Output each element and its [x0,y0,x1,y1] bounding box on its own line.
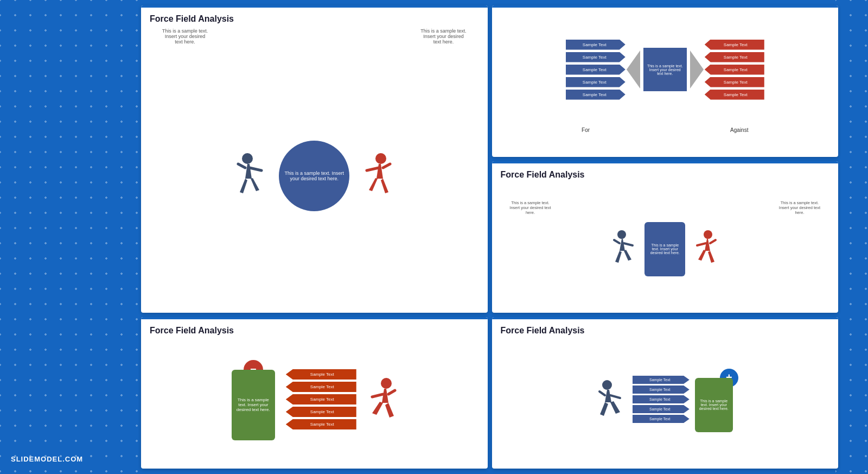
slide-4: Force Field Analysis − This is a sample … [141,317,488,469]
slide3-scene: This is a sample text. Insert your desir… [501,184,830,303]
slide-3: Force Field Analysis This is a sample te… [492,161,839,313]
slide1-content: This is a sample text. Insert your desir… [150,28,479,303]
slide3-tug: This is a sample text. Insert your desir… [612,222,718,276]
blue-arrow-s5-5: Sample Text [633,415,690,423]
blue-figure-small [612,225,644,274]
red-arrow-s4-2: Sample Text [286,382,356,392]
red-arrow-5: Sample Text [705,90,764,100]
slide4-content: − This is a sample text. Insert your des… [150,340,479,459]
blue-arrow-4: Sample Text [566,77,626,87]
blue-arrows-group: Sample Text Sample Text Sample Text Samp… [566,40,626,100]
against-label: Against [730,127,748,133]
slides-grid: Force Field Analysis This is a sample te… [141,5,838,469]
tug-scene: This is a sample text. Insert your desir… [150,49,479,303]
blue-arrow-s5-3: Sample Text [633,395,690,403]
slide1-title: Force Field Analysis [150,14,479,24]
slide-1: Force Field Analysis This is a sample te… [141,5,488,313]
slide-5: Force Field Analysis Sample Text Sample … [492,317,839,469]
red-figure-small [685,225,718,274]
slide3-center-text: This is a sample text. Insert your desir… [648,243,682,255]
slide4-body: − This is a sample text. Insert your des… [150,340,479,459]
slide5-green-rect: This is a sample text. Insert your desir… [695,378,733,432]
slide4-accent [141,317,488,319]
slide1-right-text: This is a sample text. Insert your desir… [419,28,468,45]
red-arrow-s4-5: Sample Text [286,419,356,429]
slide4-title: Force Field Analysis [150,326,479,336]
slide1-left-text: This is a sample text. Insert your desir… [161,28,209,45]
slide2-content: Sample Text Sample Text Sample Text Samp… [501,14,830,133]
for-against-labels: For Against [501,127,830,133]
blue-arrow-s5-2: Sample Text [633,385,690,394]
slide3-center-rect: This is a sample text. Insert your desir… [644,222,685,276]
svg-point-1 [375,153,386,164]
slide1-center-circle: This is a sample text. Insert your desir… [279,141,349,211]
slide2-center-box: This is a sample text. Insert your desir… [643,48,687,91]
red-figure [349,143,393,208]
green-column-slide5: + This is a sample text. Insert your des… [695,378,733,432]
slide3-title: Force Field Analysis [501,170,830,180]
blue-figure-slide5 [597,375,627,424]
slide1-center-text: This is a sample text. Insert your desir… [284,170,344,181]
slide4-green-text: This is a sample text. Insert your desir… [236,397,271,412]
slide5-green-text: This is a sample text. Insert your desir… [698,399,730,410]
red-arrow-3: Sample Text [705,65,764,75]
slide2-center-text: This is a sample text. Insert your desir… [647,64,684,75]
blue-arrow-s5-4: Sample Text [633,405,690,413]
big-arrow-left [627,50,640,89]
red-arrow-2: Sample Text [705,52,764,62]
red-arrow-4: Sample Text [705,77,764,87]
slide5-title: Force Field Analysis [501,326,830,336]
red-arrows-group-top: Sample Text Sample Text Sample Text Samp… [705,40,764,100]
svg-point-3 [704,230,712,239]
slide5-body: Sample Text Sample Text Sample Text Samp… [501,340,830,459]
blue-arrow-s5-1: Sample Text [633,376,690,384]
slide1-accent [141,5,488,8]
blue-arrow-1: Sample Text [566,40,626,50]
blue-arrows-slide5: Sample Text Sample Text Sample Text Samp… [633,376,690,423]
arrows-layout: Sample Text Sample Text Sample Text Samp… [501,14,830,125]
big-arrow-right [690,50,704,89]
slide2-accent [492,5,839,8]
dot-pattern-right [835,0,868,474]
slide5-accent [492,317,839,319]
red-arrow-1: Sample Text [705,40,764,50]
blue-arrow-2: Sample Text [566,52,626,62]
blue-arrow-5: Sample Text [566,90,626,100]
svg-point-0 [242,153,253,164]
green-column: − This is a sample text. Insert your des… [232,370,275,440]
slide4-green-rect: This is a sample text. Insert your desir… [232,370,275,440]
red-arrow-s4-4: Sample Text [286,407,356,417]
large-arrows-container: This is a sample text. Insert your desir… [627,48,704,91]
red-arrow-s4-1: Sample Text [286,369,356,380]
for-label: For [582,127,590,133]
svg-point-2 [617,230,626,239]
slide3-left-text: This is a sample text. Insert your desir… [509,200,552,215]
red-arrows-slide4: Sample Text Sample Text Sample Text Samp… [286,369,356,429]
brand-label: SLIDEMODEL.COM [11,455,83,463]
slide3-accent [492,161,839,163]
arrows-and-figure: Sample Text Sample Text Sample Text Samp… [286,369,397,429]
slide1-body: This is a sample text. Insert your desir… [150,49,479,303]
dot-pattern-left [0,0,141,474]
svg-point-5 [602,380,612,390]
red-figure-slide4 [362,372,397,427]
blue-figure [235,143,279,208]
slide3-right-text: This is a sample text. Insert your desir… [778,200,821,215]
blue-arrow-3: Sample Text [566,65,626,75]
red-arrow-s4-3: Sample Text [286,394,356,405]
svg-point-4 [381,378,392,389]
slide-2: Sample Text Sample Text Sample Text Samp… [492,5,839,157]
